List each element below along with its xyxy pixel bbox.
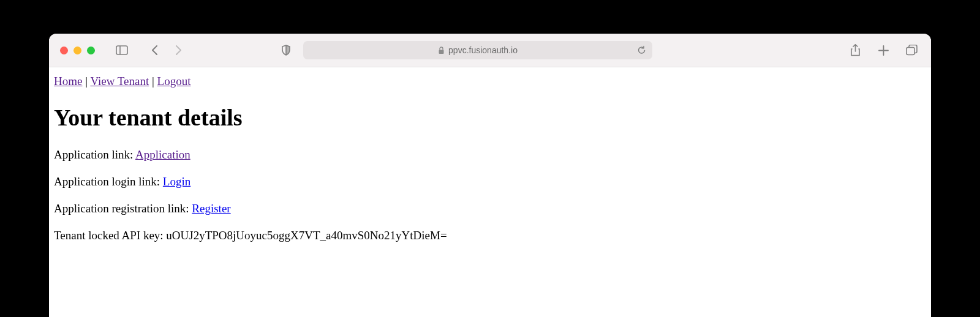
logout-link[interactable]: Logout [157, 75, 191, 88]
nav-links: Home | View Tenant | Logout [54, 75, 926, 88]
svg-rect-2 [439, 50, 444, 54]
register-link-label: Application registration link: [54, 202, 192, 215]
share-icon [850, 44, 861, 56]
reload-button[interactable] [637, 45, 646, 55]
tab-overview-button[interactable] [903, 42, 920, 59]
maximize-window-button[interactable] [87, 47, 95, 54]
sidebar-toggle-button[interactable] [113, 42, 130, 59]
minimize-window-button[interactable] [74, 47, 81, 54]
application-link-row: Application link: Application [54, 148, 926, 162]
close-window-button[interactable] [60, 47, 68, 54]
page-title: Your tenant details [54, 104, 926, 131]
separator: | [82, 75, 90, 88]
tabs-icon [906, 45, 918, 56]
toolbar-right-group [846, 42, 920, 59]
svg-rect-3 [907, 48, 914, 55]
browser-toolbar: ppvc.fusionauth.io [49, 34, 931, 67]
forward-button[interactable] [170, 42, 187, 59]
chevron-left-icon [151, 45, 159, 56]
application-link-label: Application link: [54, 148, 135, 161]
api-key-row: Tenant locked API key: uOUJ2yTPO8jUoyuc5… [54, 229, 926, 242]
nav-buttons [146, 42, 187, 59]
privacy-report-button[interactable] [277, 42, 295, 59]
sidebar-icon [116, 45, 128, 55]
lock-icon [438, 47, 445, 54]
register-link-row: Application registration link: Register [54, 202, 926, 215]
login-link-row: Application login link: Login [54, 175, 926, 188]
shield-icon [281, 45, 291, 56]
plus-icon [878, 45, 889, 56]
application-link[interactable]: Application [135, 148, 190, 161]
browser-window: ppvc.fusionauth.io [49, 34, 931, 317]
back-button[interactable] [146, 42, 164, 59]
chevron-right-icon [175, 45, 182, 56]
address-bar[interactable]: ppvc.fusionauth.io [303, 41, 652, 59]
window-controls [60, 47, 95, 54]
separator: | [149, 75, 157, 88]
api-key-label: Tenant locked API key: [54, 229, 166, 242]
login-link-label: Application login link: [54, 175, 163, 188]
share-button[interactable] [846, 42, 864, 59]
login-link[interactable]: Login [163, 175, 190, 188]
register-link[interactable]: Register [192, 202, 230, 215]
view-tenant-link[interactable]: View Tenant [90, 75, 149, 88]
home-link[interactable]: Home [54, 75, 82, 88]
page-content: Home | View Tenant | Logout Your tenant … [49, 67, 931, 263]
reload-icon [637, 45, 646, 55]
api-key-value: uOUJ2yTPO8jUoyuc5oggX7VT_a40mvS0No21yYtD… [166, 229, 447, 242]
svg-rect-0 [116, 46, 127, 54]
url-text: ppvc.fusionauth.io [448, 45, 518, 55]
new-tab-button[interactable] [875, 42, 892, 59]
